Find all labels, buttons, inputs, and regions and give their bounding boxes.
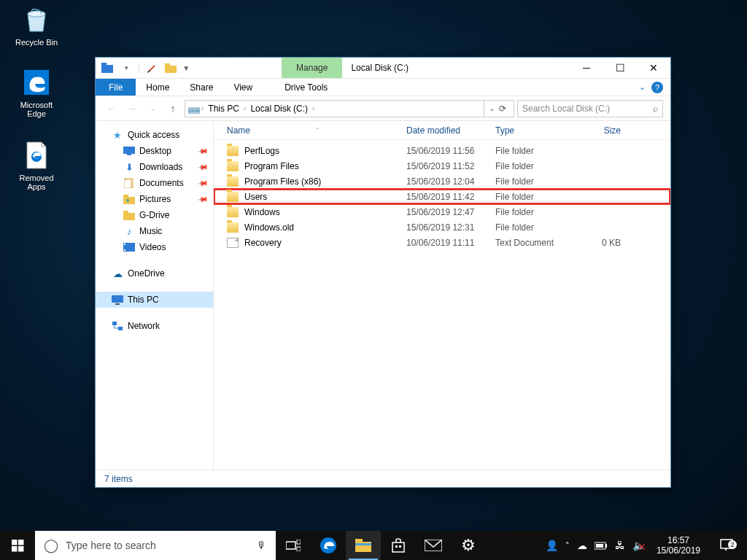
titlebar[interactable]: ▾ | ▼ Manage Local Disk (C:) ─ ☐ ✕ — [96, 58, 670, 79]
nav-videos[interactable]: Videos — [96, 239, 213, 255]
taskbar: ◯ Type here to search 🎙 ⚙ 👤 ˄ ☁ 🖧 🔈✕ 16:… — [0, 531, 747, 560]
column-headers[interactable]: Name˄ Date modified Type Size — [214, 121, 670, 140]
ribbon-tab-share[interactable]: Share — [179, 79, 223, 96]
nav-pictures[interactable]: Pictures📌 — [96, 191, 213, 207]
nav-downloads[interactable]: ⬇Downloads📌 — [96, 159, 213, 175]
microphone-icon[interactable]: 🎙 — [257, 540, 267, 551]
recycle-bin-icon — [21, 4, 52, 35]
folder-icon — [227, 176, 239, 187]
column-name[interactable]: Name — [227, 125, 250, 136]
svg-rect-20 — [124, 244, 125, 245]
ribbon-tab-drive-tools[interactable]: Drive Tools — [274, 79, 338, 96]
taskbar-explorer[interactable] — [346, 531, 381, 560]
cloud-icon: ☁ — [112, 268, 123, 279]
action-center-button[interactable]: 2 — [712, 539, 741, 552]
chevron-right-icon[interactable]: › — [201, 104, 204, 112]
ribbon-tab-file[interactable]: File — [96, 79, 136, 96]
desktop-icon — [123, 145, 135, 157]
qat-properties-icon[interactable] — [144, 61, 159, 75]
svg-rect-28 — [12, 546, 18, 552]
svg-rect-38 — [395, 545, 398, 548]
breadcrumb-this-pc[interactable]: This PC — [205, 104, 242, 114]
svg-rect-13 — [124, 179, 131, 188]
manage-contextual-tab[interactable]: Manage — [282, 58, 342, 78]
help-icon[interactable]: ? — [651, 82, 663, 93]
minimize-button[interactable]: ─ — [570, 58, 603, 78]
file-name: Windows.old — [244, 222, 406, 233]
svg-rect-36 — [355, 543, 371, 545]
nav-desktop[interactable]: Desktop📌 — [96, 143, 213, 159]
chevron-right-icon[interactable]: › — [244, 104, 246, 112]
taskbar-settings[interactable]: ⚙ — [451, 531, 486, 560]
nav-forward-button[interactable]: → — [123, 100, 141, 117]
file-row[interactable]: PerfLogs15/06/2019 11:56File folder — [214, 143, 670, 158]
file-explorer-window: ▾ | ▼ Manage Local Disk (C:) ─ ☐ ✕ File … — [95, 57, 671, 488]
column-type[interactable]: Type — [495, 125, 577, 136]
desktop-icon-edge[interactable]: Microsoft Edge — [9, 67, 64, 118]
svg-rect-5 — [165, 66, 177, 73]
nav-music[interactable]: ♪Music — [96, 223, 213, 239]
people-icon[interactable]: 👤 — [546, 540, 558, 551]
svg-rect-26 — [12, 540, 18, 545]
file-row[interactable]: Recovery10/06/2019 11:11Text Document0 K… — [214, 235, 670, 250]
file-name: PerfLogs — [244, 146, 406, 156]
nav-quick-access[interactable]: ★ Quick access — [96, 127, 213, 143]
nav-gdrive[interactable]: G-Drive — [96, 207, 213, 223]
pin-icon: 📌 — [197, 177, 209, 189]
svg-rect-25 — [118, 327, 123, 330]
nav-this-pc[interactable]: This PC — [96, 292, 213, 308]
desktop-icon-recycle-bin[interactable]: Recycle Bin — [9, 4, 64, 47]
file-row[interactable]: Program Files (x86)15/06/2019 12:04File … — [214, 174, 670, 189]
file-row[interactable]: Windows.old15/06/2019 12:31File folder — [214, 219, 670, 235]
address-row: ← → ⌄ ↑ › This PC › Local Disk (C:) › ⌄ … — [96, 96, 670, 121]
search-input[interactable]: Search Local Disk (C:) ⌕ — [517, 100, 663, 117]
refresh-icon[interactable]: ⟳ — [499, 104, 506, 114]
nav-documents[interactable]: Documents📌 — [96, 175, 213, 191]
desktop-icon-removed-apps[interactable]: Removed Apps — [9, 140, 64, 191]
taskbar-store[interactable] — [381, 531, 416, 560]
onedrive-tray-icon[interactable]: ☁ — [577, 540, 587, 551]
file-row[interactable]: Users15/06/2019 11:42File folder — [214, 189, 670, 204]
svg-rect-29 — [18, 546, 24, 552]
music-icon: ♪ — [123, 225, 135, 237]
address-dropdown-icon[interactable]: ⌄ — [489, 104, 499, 112]
start-button[interactable] — [0, 531, 35, 560]
ribbon-tab-home[interactable]: Home — [136, 79, 179, 96]
file-row[interactable]: Windows15/06/2019 12:47File folder — [214, 204, 670, 219]
clock[interactable]: 16:57 15/06/2019 — [652, 535, 705, 556]
network-tray-icon[interactable]: 🖧 — [615, 540, 625, 551]
breadcrumb-local-disk[interactable]: Local Disk (C:) — [247, 104, 311, 114]
task-view-button[interactable] — [276, 531, 311, 560]
taskbar-search-input[interactable]: ◯ Type here to search 🎙 — [35, 531, 276, 560]
tray-overflow-icon[interactable]: ˄ — [565, 541, 570, 551]
battery-icon[interactable] — [595, 542, 608, 550]
svg-rect-4 — [101, 63, 107, 65]
windows-logo-icon — [12, 540, 24, 552]
nav-up-button[interactable]: ↑ — [164, 100, 182, 117]
nav-onedrive[interactable]: ☁OneDrive — [96, 265, 213, 281]
volume-icon[interactable]: 🔈✕ — [632, 540, 645, 551]
file-row[interactable]: Program Files15/06/2019 11:52File folder — [214, 158, 670, 174]
file-type: File folder — [495, 176, 577, 187]
taskbar-mail[interactable] — [416, 531, 451, 560]
column-size[interactable]: Size — [577, 125, 621, 136]
taskbar-edge[interactable] — [311, 531, 346, 560]
file-type: File folder — [495, 161, 577, 171]
search-icon[interactable]: ⌕ — [653, 104, 658, 114]
svg-rect-39 — [399, 545, 401, 548]
svg-rect-35 — [355, 539, 363, 542]
ribbon-tab-view[interactable]: View — [223, 79, 263, 96]
qat-folder-icon[interactable] — [163, 61, 178, 75]
qat-dropdown-icon[interactable]: ▾ — [119, 61, 133, 75]
column-date[interactable]: Date modified — [406, 125, 495, 136]
maximize-button[interactable]: ☐ — [603, 58, 637, 78]
ribbon-expand-icon[interactable]: ⌄ — [639, 82, 646, 92]
nav-recent-dropdown[interactable]: ⌄ — [144, 100, 161, 117]
qat-overflow-icon[interactable]: ▼ — [182, 64, 190, 72]
monitor-icon — [112, 294, 123, 306]
chevron-right-icon[interactable]: › — [312, 104, 314, 112]
nav-network[interactable]: Network — [96, 318, 213, 334]
close-button[interactable]: ✕ — [637, 58, 670, 78]
nav-back-button[interactable]: ← — [103, 100, 120, 117]
address-bar[interactable]: › This PC › Local Disk (C:) › ⌄ ⟳ — [185, 100, 514, 117]
